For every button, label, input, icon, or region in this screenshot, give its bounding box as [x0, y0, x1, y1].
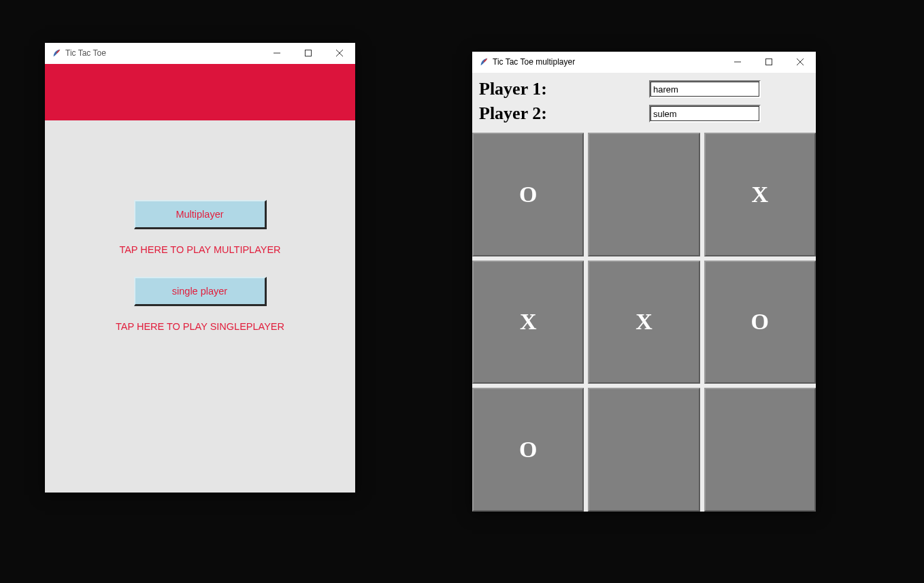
board-cell-1-1[interactable]: X	[588, 261, 699, 384]
window-title: Tic Tac Toe multiplayer	[493, 57, 575, 67]
player-name-panel: Player 1: Player 2:	[472, 73, 816, 133]
tk-feather-icon	[479, 57, 489, 67]
player1-label: Player 1:	[479, 79, 649, 99]
svg-rect-1	[306, 50, 312, 56]
close-button[interactable]	[324, 43, 355, 63]
maximize-button[interactable]	[753, 52, 785, 72]
player1-input[interactable]	[650, 82, 759, 97]
singleplayer-button[interactable]: single player	[134, 277, 267, 306]
player2-entry-frame	[649, 105, 761, 122]
titlebar[interactable]: Tic Tac Toe	[45, 43, 355, 64]
titlebar[interactable]: Tic Tac Toe multiplayer	[472, 52, 816, 73]
minimize-button[interactable]	[722, 52, 753, 72]
board-cell-0-1[interactable]	[588, 133, 699, 256]
multiplayer-hint-label: TAP HERE TO PLAY MULTIPLAYER	[45, 244, 355, 255]
board-cell-0-0[interactable]: O	[472, 133, 584, 256]
player1-entry-frame	[649, 80, 761, 98]
player2-input[interactable]	[650, 106, 759, 121]
close-button[interactable]	[785, 52, 816, 72]
window-body: Player 1: Player 2: O X X X O O	[472, 73, 816, 512]
board-cell-2-1[interactable]	[588, 388, 699, 512]
board-cell-0-2[interactable]: X	[704, 133, 816, 256]
multiplayer-game-window: Tic Tac Toe multiplayer Player 1: Player…	[472, 52, 816, 511]
board-cell-1-0[interactable]: X	[472, 261, 584, 384]
tk-feather-icon	[52, 48, 61, 58]
menu-content: Multiplayer TAP HERE TO PLAY MULTIPLAYER…	[45, 200, 355, 354]
window-title: Tic Tac Toe	[65, 48, 106, 58]
game-board: O X X X O O	[472, 133, 816, 512]
board-cell-1-2[interactable]: O	[704, 261, 816, 384]
maximize-button[interactable]	[293, 43, 324, 63]
main-menu-window: Tic Tac Toe Multiplayer TAP HERE TO PLAY…	[45, 43, 355, 492]
board-cell-2-2[interactable]	[704, 388, 816, 512]
header-banner	[45, 64, 355, 120]
window-body: Multiplayer TAP HERE TO PLAY MULTIPLAYER…	[45, 64, 355, 493]
board-cell-2-0[interactable]: O	[472, 388, 584, 512]
player2-label: Player 2:	[479, 103, 649, 124]
svg-rect-5	[766, 59, 772, 65]
minimize-button[interactable]	[261, 43, 293, 63]
singleplayer-hint-label: TAP HERE TO PLAY SINGLEPLAYER	[45, 321, 355, 332]
multiplayer-button[interactable]: Multiplayer	[134, 200, 267, 229]
